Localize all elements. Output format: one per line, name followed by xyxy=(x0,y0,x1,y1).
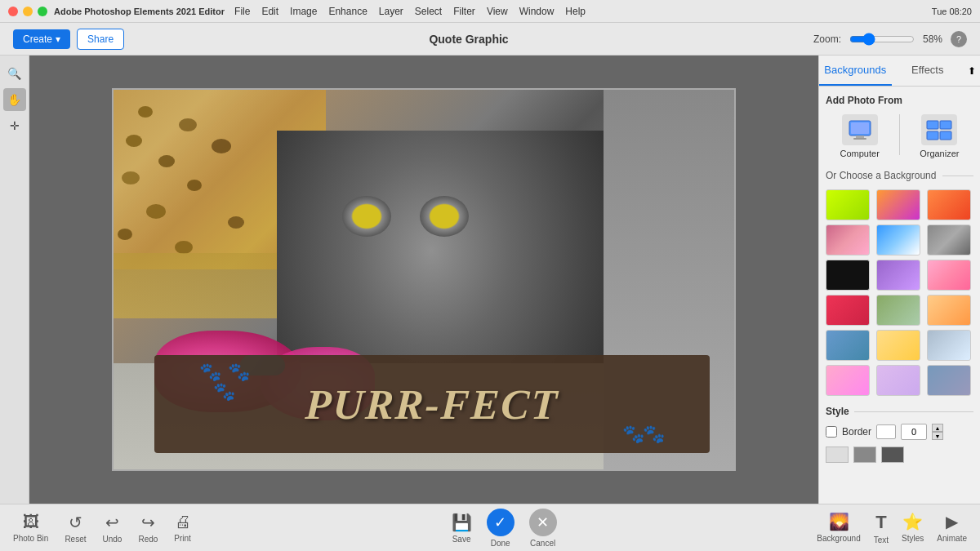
move-tool[interactable]: ✛ xyxy=(3,114,26,137)
menu-image[interactable]: Image xyxy=(290,6,317,17)
titlebar-right: Tue 08:20 xyxy=(932,7,972,16)
menu-layer[interactable]: Layer xyxy=(379,6,403,17)
bg-thumb-7[interactable] xyxy=(826,260,870,291)
bg-thumb-3[interactable] xyxy=(927,189,971,220)
zoom-slider[interactable] xyxy=(849,33,915,46)
top-toolbar: Create ▾ Share Quote Graphic Zoom: 58% ? xyxy=(0,23,980,56)
paw-icon-2: 🐾 xyxy=(228,362,250,383)
menu-filter[interactable]: Filter xyxy=(453,6,475,17)
extra-style-row xyxy=(826,447,973,463)
menu-edit[interactable]: Edit xyxy=(261,6,278,17)
menu-enhance[interactable]: Enhance xyxy=(328,6,367,17)
svg-rect-5 xyxy=(940,121,951,129)
menu-help[interactable]: Help xyxy=(565,6,586,17)
menu-bar: File Edit Image Enhance Layer Select Fil… xyxy=(234,6,586,17)
bg-thumb-8[interactable] xyxy=(876,260,920,291)
bg-thumb-5[interactable] xyxy=(876,224,920,256)
print-button[interactable]: 🖨 Print xyxy=(174,513,191,544)
right-panel: Backgrounds Effects ⬆ Add Photo From xyxy=(818,56,980,504)
hand-tool[interactable]: ✋ xyxy=(3,88,26,111)
bg-thumb-4[interactable] xyxy=(826,224,870,256)
photo-bin-icon: 🖼 xyxy=(23,513,39,531)
menu-file[interactable]: File xyxy=(234,6,250,17)
style-swatch-1[interactable] xyxy=(826,447,849,463)
menu-select[interactable]: Select xyxy=(415,6,442,17)
background-grid xyxy=(826,189,973,396)
save-button[interactable]: 💾 Save xyxy=(452,513,472,544)
reset-button[interactable]: ↺ Reset xyxy=(65,513,86,544)
bottom-toolbar-left: 🖼 Photo Bin ↺ Reset ↩ Undo ↪ Redo 🖨 Prin… xyxy=(13,513,191,544)
done-icon: ✓ xyxy=(487,509,514,536)
style-title-line xyxy=(854,411,973,412)
print-icon: 🖨 xyxy=(175,513,191,531)
bg-thumb-15[interactable] xyxy=(927,330,971,361)
paw-icon-1: 🐾 xyxy=(199,362,221,383)
background-mode-button[interactable]: 🌄 Background xyxy=(817,512,860,544)
panel-collapse-button[interactable]: ⬆ xyxy=(964,56,980,86)
create-button[interactable]: Create ▾ xyxy=(13,29,70,49)
source-divider xyxy=(899,114,900,155)
photo-bin-button[interactable]: 🖼 Photo Bin xyxy=(13,513,48,544)
zoom-label: Zoom: xyxy=(813,33,841,45)
tab-effects[interactable]: Effects xyxy=(892,56,964,86)
redo-label: Redo xyxy=(138,535,158,544)
maximize-button[interactable] xyxy=(38,7,47,16)
help-button[interactable]: ? xyxy=(951,31,967,47)
bg-thumb-16[interactable] xyxy=(826,365,870,396)
style-swatch-2[interactable] xyxy=(853,447,876,463)
menu-window[interactable]: Window xyxy=(519,6,555,17)
bg-thumb-12[interactable] xyxy=(927,295,971,326)
border-increment-button[interactable]: ▲ xyxy=(932,424,943,432)
canvas-wrapper: 🐾 🐾 🐾 PURR-FECT 🐾 🐾 xyxy=(112,88,736,471)
bg-thumb-18[interactable] xyxy=(927,365,971,396)
minimize-button[interactable] xyxy=(23,7,33,16)
border-checkbox[interactable] xyxy=(826,426,837,438)
tab-backgrounds[interactable]: Backgrounds xyxy=(819,56,892,86)
animate-mode-button[interactable]: ▶ Animate xyxy=(937,512,967,544)
search-tool[interactable]: 🔍 xyxy=(3,62,26,85)
border-row: Border ▲ ▼ xyxy=(826,424,973,440)
text-mode-button[interactable]: T Text xyxy=(874,512,889,544)
bottom-toolbar: 🖼 Photo Bin ↺ Reset ↩ Undo ↪ Redo 🖨 Prin… xyxy=(0,504,980,551)
organizer-label: Organizer xyxy=(920,149,959,158)
quote-text[interactable]: PURR-FECT xyxy=(305,380,560,429)
save-label: Save xyxy=(452,535,471,544)
cancel-label: Cancel xyxy=(530,539,555,548)
document-title: Quote Graphic xyxy=(429,33,508,46)
bg-thumb-9[interactable] xyxy=(927,260,971,291)
canvas-area[interactable]: 🐾 🐾 🐾 PURR-FECT 🐾 🐾 xyxy=(29,56,818,504)
cancel-button[interactable]: ✕ Cancel xyxy=(529,509,557,548)
bg-thumb-13[interactable] xyxy=(826,330,870,361)
bg-thumb-6[interactable] xyxy=(927,224,971,256)
menu-view[interactable]: View xyxy=(487,6,508,17)
styles-mode-icon: ⭐ xyxy=(902,512,923,531)
styles-mode-label: Styles xyxy=(902,534,924,543)
style-swatch-3[interactable] xyxy=(881,447,904,463)
border-color-swatch[interactable] xyxy=(876,424,896,439)
print-label: Print xyxy=(174,534,191,543)
zoom-percentage: 58% xyxy=(923,33,942,45)
border-value-input[interactable] xyxy=(901,424,927,440)
border-decrement-button[interactable]: ▼ xyxy=(932,432,943,440)
close-button[interactable] xyxy=(8,7,18,16)
styles-mode-button[interactable]: ⭐ Styles xyxy=(902,512,924,544)
bg-thumb-17[interactable] xyxy=(876,365,920,396)
computer-source[interactable]: Computer xyxy=(831,114,889,158)
animate-mode-icon: ▶ xyxy=(946,512,958,531)
undo-button[interactable]: ↩ Undo xyxy=(103,513,122,544)
bg-thumb-14[interactable] xyxy=(876,330,920,361)
bg-thumb-11[interactable] xyxy=(876,295,920,326)
svg-rect-4 xyxy=(927,121,938,129)
done-button[interactable]: ✓ Done xyxy=(487,509,514,548)
computer-icon xyxy=(842,114,878,145)
style-section: Style Border ▲ ▼ xyxy=(826,406,973,463)
share-button[interactable]: Share xyxy=(77,29,124,50)
redo-button[interactable]: ↪ Redo xyxy=(138,513,158,544)
redo-icon: ↪ xyxy=(141,513,155,532)
titlebar: Adobe Photoshop Elements 2021 Editor Fil… xyxy=(0,0,980,23)
cancel-icon: ✕ xyxy=(529,509,557,536)
organizer-source[interactable]: Organizer xyxy=(911,114,968,158)
bg-thumb-10[interactable] xyxy=(826,295,870,326)
bg-thumb-1[interactable] xyxy=(826,189,870,220)
bg-thumb-2[interactable] xyxy=(876,189,920,220)
